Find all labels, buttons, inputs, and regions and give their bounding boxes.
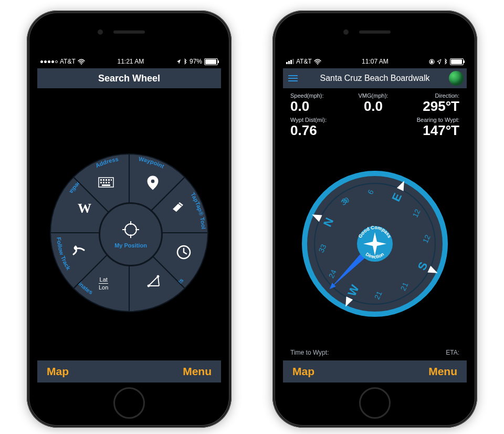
screen-left: AT&T 11:21 AM 97% Search Wheel <box>37 56 221 383</box>
phone-frame-right: AT&T 11:07 AM Santa Cruz Beach Boardwalk <box>272 11 477 428</box>
menu-button[interactable]: Menu <box>183 365 212 378</box>
svg-point-0 <box>81 64 82 65</box>
screen-right: AT&T 11:07 AM Santa Cruz Beach Boardwalk <box>283 56 467 383</box>
svg-rect-24 <box>102 184 110 186</box>
signal-dots-icon <box>40 60 58 63</box>
eta-label: ETA: <box>446 349 459 356</box>
svg-rect-22 <box>106 182 107 183</box>
svg-point-11 <box>148 285 150 287</box>
page-title: Santa Cruz Beach Boardwalk <box>320 74 430 83</box>
wifi-icon <box>314 59 321 65</box>
home-button[interactable] <box>113 387 145 419</box>
svg-point-25 <box>125 224 136 235</box>
map-button[interactable]: Map <box>292 365 314 378</box>
svg-rect-21 <box>103 182 104 183</box>
wypt-dist-value: 0.76 <box>290 123 327 138</box>
svg-rect-17 <box>106 179 107 181</box>
wheel-center-label: My Position <box>114 242 147 249</box>
bluetooth-icon <box>183 58 187 65</box>
vmg-value: 0.0 <box>364 99 383 113</box>
svg-point-9 <box>151 179 155 183</box>
footer-stats: Time to Wypt: ETA: <box>290 349 459 356</box>
stats-panel: Speed(mph):0.0 VMG(mph):0.0 Direction:29… <box>283 88 467 142</box>
latlon-icon: LatLon <box>99 277 108 290</box>
bearing-value: 147°T <box>423 123 459 138</box>
header-bar: Santa Cruz Beach Boardwalk <box>283 68 467 88</box>
svg-rect-20 <box>100 182 102 183</box>
svg-rect-15 <box>100 179 102 181</box>
bluetooth-icon <box>444 58 448 65</box>
menu-button[interactable]: Menu <box>428 365 457 378</box>
crosshair-icon <box>121 220 140 239</box>
svg-point-26 <box>317 64 318 65</box>
svg-point-12 <box>157 275 159 277</box>
svg-rect-23 <box>108 182 110 183</box>
clock: 11:21 AM <box>118 58 144 65</box>
speed-value: 0.0 <box>290 99 324 113</box>
direction-value: 295°T <box>423 99 459 113</box>
wheel-center-my-position[interactable]: My Position <box>99 202 163 266</box>
phone-camera <box>98 29 103 35</box>
clock: 11:07 AM <box>362 58 388 65</box>
bottom-bar: Map Menu <box>37 360 221 383</box>
carrier-label: AT&T <box>60 58 76 65</box>
time-to-wypt-label: Time to Wypt: <box>290 349 329 356</box>
location-icon <box>176 59 181 65</box>
carrier-label: AT&T <box>296 58 312 65</box>
svg-rect-19 <box>111 179 112 181</box>
orientation-lock-icon <box>429 59 435 65</box>
compass-widget[interactable]: N E S W 3 6 12 21 24 33 <box>301 170 448 317</box>
header-bar: Search Wheel <box>37 68 221 88</box>
status-bar: AT&T 11:21 AM 97% <box>37 56 221 67</box>
phone-speaker <box>359 30 391 34</box>
svg-rect-16 <box>103 179 104 181</box>
phone-frame-left: AT&T 11:21 AM 97% Search Wheel <box>27 11 232 428</box>
wikipedia-icon: W <box>78 201 91 216</box>
phone-camera <box>343 29 349 35</box>
battery-icon <box>204 58 218 65</box>
map-button[interactable]: Map <box>47 365 69 378</box>
page-title: Search Wheel <box>98 73 160 84</box>
battery-pct: 97% <box>190 58 202 65</box>
hamburger-icon[interactable] <box>288 75 298 81</box>
home-button[interactable] <box>359 387 391 419</box>
location-icon <box>437 59 442 65</box>
phone-speaker <box>113 30 145 34</box>
status-bar: AT&T 11:07 AM <box>283 56 467 67</box>
battery-icon <box>450 58 464 65</box>
svg-rect-18 <box>108 179 110 181</box>
wifi-icon <box>78 59 85 65</box>
search-wheel: Waypoint TapTap® Tool Recents Range Bear… <box>48 151 211 314</box>
globe-icon[interactable] <box>449 71 464 86</box>
bottom-bar: Map Menu <box>283 360 467 383</box>
signal-bars-icon <box>286 59 294 64</box>
